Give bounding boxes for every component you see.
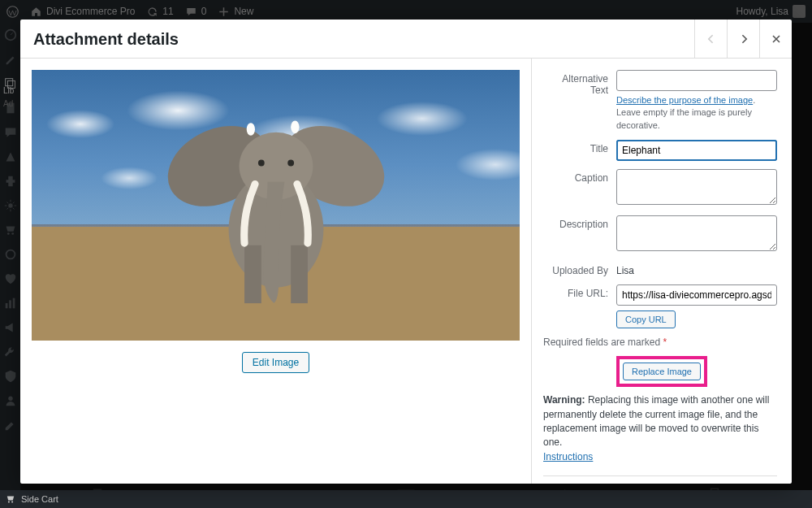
- svg-point-29: [257, 159, 264, 166]
- copy-url-button[interactable]: Copy URL: [616, 310, 676, 328]
- file-url-label: File URL:: [543, 284, 616, 328]
- caption-input[interactable]: [616, 169, 777, 205]
- attachment-details-pane: Alternative Text Describe the purpose of…: [532, 59, 792, 484]
- attachment-image: [32, 70, 520, 341]
- attachment-preview-pane: Edit Image: [20, 59, 532, 484]
- required-fields-note: Required fields are marked *: [543, 336, 777, 348]
- svg-point-31: [246, 123, 254, 136]
- replace-warning: Warning: Replacing this image with anoth…: [543, 393, 777, 464]
- modal-header: Attachment details: [20, 20, 792, 59]
- svg-point-32: [291, 120, 299, 133]
- title-label: Title: [543, 140, 616, 161]
- description-label: Description: [543, 215, 616, 254]
- description-input[interactable]: [616, 215, 777, 251]
- title-input[interactable]: [616, 140, 777, 161]
- alt-text-input[interactable]: [616, 70, 777, 91]
- side-cart-label: Side Cart: [21, 494, 58, 504]
- side-cart-bar[interactable]: Side Cart: [0, 490, 812, 508]
- svg-point-21: [8, 501, 10, 502]
- alt-help-link[interactable]: Describe the purpose of the image: [616, 95, 753, 105]
- uploaded-by-value: Lisa: [616, 262, 777, 276]
- instructions-link[interactable]: Instructions: [543, 451, 593, 462]
- elephant-illustration: [139, 108, 412, 319]
- uploaded-by-label: Uploaded By: [543, 262, 616, 276]
- edit-image-button[interactable]: Edit Image: [242, 352, 309, 373]
- next-attachment-button[interactable]: [727, 20, 759, 59]
- attachment-details-modal: Attachment details: [20, 20, 792, 484]
- warning-bold: Warning:: [543, 394, 585, 406]
- svg-rect-27: [244, 245, 261, 302]
- file-url-input[interactable]: [616, 284, 777, 306]
- svg-rect-28: [291, 245, 308, 302]
- prev-attachment-button[interactable]: [694, 20, 727, 59]
- caption-label: Caption: [543, 169, 616, 207]
- modal-title: Attachment details: [33, 30, 179, 49]
- replace-image-button[interactable]: Replace Image: [623, 363, 701, 380]
- replace-image-highlight: Replace Image: [616, 356, 707, 387]
- alt-text-label: Alternative Text: [543, 70, 616, 132]
- svg-point-22: [11, 501, 13, 502]
- alt-text-help: Describe the purpose of the image. Leave…: [616, 94, 777, 132]
- svg-point-30: [287, 159, 294, 166]
- close-modal-button[interactable]: [759, 20, 792, 59]
